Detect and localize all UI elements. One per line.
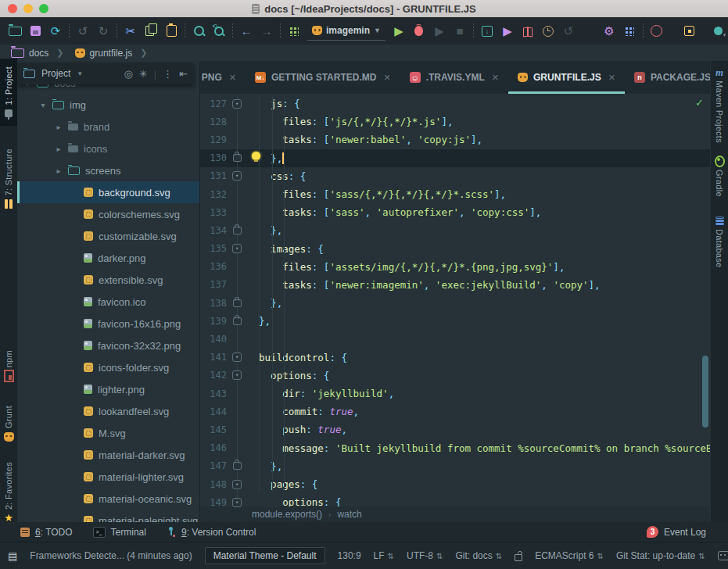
breadcrumb-module[interactable]: module.exports(): [252, 509, 322, 520]
fold-open-icon[interactable]: [232, 171, 242, 181]
line-number[interactable]: 130: [200, 152, 227, 163]
tool-button-database[interactable]: Database: [711, 216, 728, 284]
tool-button-grunt[interactable]: Grunt: [0, 394, 17, 453]
git-status-selector[interactable]: Git Stat: up-to-date⇅: [616, 550, 705, 561]
line-number[interactable]: 133: [200, 207, 227, 218]
tree-item-favicon-16x16-png[interactable]: favicon-16x16.png: [17, 313, 199, 335]
tree-item-colorschemes-svg[interactable]: colorschemes.svg: [17, 203, 199, 225]
chevron-right-icon[interactable]: ▸: [55, 166, 63, 175]
tree-item-brand[interactable]: ▸brand: [17, 116, 199, 138]
tree-item-img[interactable]: ▾img: [17, 94, 199, 116]
status-message[interactable]: Frameworks Detecte... (4 minutes ago): [30, 550, 192, 561]
line-number[interactable]: 146: [200, 442, 227, 453]
tree-item-customizable-svg[interactable]: customizable.svg: [17, 225, 199, 247]
line-number[interactable]: 135: [200, 243, 227, 254]
tool-button-terminal[interactable]: >_Terminal: [93, 527, 146, 538]
git-branch-selector[interactable]: Git: docs⇅: [455, 550, 502, 561]
fold-open-icon[interactable]: [232, 244, 242, 253]
line-number[interactable]: 147: [200, 460, 227, 471]
tab-getting-started-md[interactable]: M↓GETTING STARTED.MD✕: [246, 61, 400, 94]
editor-area[interactable]: PNG✕M↓GETTING STARTED.MD✕☺.TRAVIS.YML✕GR…: [199, 61, 710, 522]
line-number[interactable]: 134: [200, 225, 227, 236]
redo-icon[interactable]: ↻: [93, 21, 113, 41]
readonly-toggle-icon[interactable]: [515, 551, 522, 561]
project-view-selector[interactable]: Project: [41, 68, 70, 79]
tool-button-gradle[interactable]: Gradle: [711, 156, 728, 213]
line-number[interactable]: 138: [200, 298, 227, 309]
tree-item-darker-png[interactable]: darker.png: [17, 247, 199, 269]
stop-icon[interactable]: ■: [450, 21, 470, 41]
editor-scrollbar[interactable]: [702, 356, 708, 428]
rollback-icon[interactable]: [518, 21, 538, 41]
tool-button-todo[interactable]: 6: TODO: [20, 527, 73, 538]
tree-item-favicon-32x32-png[interactable]: favicon-32x32.png: [17, 335, 199, 356]
update-project-icon[interactable]: [477, 21, 497, 41]
line-number[interactable]: 148: [200, 479, 227, 490]
line-number[interactable]: 136: [200, 261, 227, 272]
tool-button-maven[interactable]: mMaven Projects: [711, 67, 728, 155]
line-number[interactable]: 131: [200, 170, 227, 181]
fold-close-icon[interactable]: [233, 227, 242, 234]
breadcrumb-item-gruntfile[interactable]: gruntfile.js: [75, 48, 133, 59]
synchronize-icon[interactable]: ⟳: [45, 21, 66, 41]
compile-icon[interactable]: [284, 21, 304, 41]
plugins-icon[interactable]: [680, 21, 700, 41]
forward-icon[interactable]: →: [256, 21, 277, 41]
tree-item-background-svg[interactable]: background.svg: [17, 181, 199, 203]
code-editor[interactable]: 127 js: {128 files: ['js/{,*/}{,*/}*.js'…: [200, 95, 710, 506]
line-number[interactable]: 139: [200, 316, 227, 327]
line-number[interactable]: 144: [200, 406, 227, 417]
line-number[interactable]: 140: [200, 334, 227, 345]
tree-item-lookandfeel-svg[interactable]: lookandfeel.svg: [17, 400, 199, 422]
toolwindow-switcher-icon[interactable]: ▤: [8, 550, 17, 562]
tool-button-npm[interactable]: npm: [0, 341, 17, 391]
fold-open-icon[interactable]: [232, 99, 242, 109]
line-number[interactable]: 145: [200, 424, 227, 435]
fold-open-icon[interactable]: [232, 498, 242, 507]
chevron-down-icon[interactable]: ▾: [39, 101, 47, 109]
event-log-button[interactable]: 3 Event Log: [647, 526, 706, 538]
replace-icon[interactable]: [209, 21, 229, 41]
theme-chip[interactable]: Material Theme - Default: [205, 547, 325, 564]
caret-position[interactable]: 130:9: [338, 550, 361, 561]
tab-close-icon[interactable]: ✕: [608, 73, 615, 83]
fold-open-icon[interactable]: [232, 480, 242, 489]
tree-item-favicon-ico[interactable]: favicon.ico: [17, 291, 199, 313]
tree-item-screens[interactable]: ▸screens: [17, 159, 199, 181]
language-level-selector[interactable]: ECMAScript 6⇅: [535, 550, 604, 561]
tab-close-icon[interactable]: ✕: [229, 73, 236, 83]
tool-button-structure[interactable]: 7: Structure: [0, 129, 17, 229]
tab-close-icon[interactable]: ✕: [383, 73, 390, 83]
line-number[interactable]: 142: [200, 370, 227, 381]
local-history-icon[interactable]: [538, 21, 558, 41]
tree-item-m-svg[interactable]: M.svg: [17, 422, 199, 444]
tool-button-project[interactable]: 1: Project: [0, 59, 17, 126]
line-number[interactable]: 127: [200, 98, 227, 109]
tree-item-icons[interactable]: ▸icons: [17, 138, 199, 159]
tool-button-favorites[interactable]: 2: Favorites★: [0, 456, 17, 528]
tab-package-json[interactable]: nPACKAGE.JSON✕: [625, 61, 710, 94]
run-config-combo[interactable]: imagemin▼: [307, 21, 386, 41]
project-structure-icon[interactable]: [619, 21, 640, 41]
tab--travis-yml[interactable]: ☺.TRAVIS.YML✕: [400, 61, 508, 94]
breadcrumb-item-docs[interactable]: docs: [11, 48, 48, 59]
kebab-menu-icon[interactable]: ⋮: [163, 68, 173, 80]
collapse-all-icon[interactable]: ✳: [139, 68, 148, 80]
fold-close-icon[interactable]: [233, 154, 242, 162]
fold-open-icon[interactable]: [232, 352, 242, 362]
line-number[interactable]: 128: [200, 116, 227, 127]
line-separator-selector[interactable]: LF⇅: [374, 550, 394, 561]
undo-icon[interactable]: ↺: [73, 21, 93, 41]
tool-button-version-control[interactable]: 9: Version Control: [167, 527, 256, 538]
locate-icon[interactable]: ◎: [124, 68, 132, 80]
open-folder-icon[interactable]: [5, 21, 25, 41]
back-icon[interactable]: ←: [236, 21, 256, 41]
tree-item-extensible-svg[interactable]: extensible.svg: [17, 269, 199, 291]
chevron-right-icon[interactable]: ▸: [55, 123, 63, 131]
chevron-right-icon[interactable]: ▸: [55, 145, 63, 153]
tree-item-material-lighter-svg[interactable]: material-lighter.svg: [17, 466, 199, 488]
run-icon[interactable]: ▶: [389, 21, 409, 41]
find-icon[interactable]: [188, 21, 209, 41]
restore-icon[interactable]: ↺: [558, 21, 579, 41]
paste-icon[interactable]: [161, 21, 181, 41]
